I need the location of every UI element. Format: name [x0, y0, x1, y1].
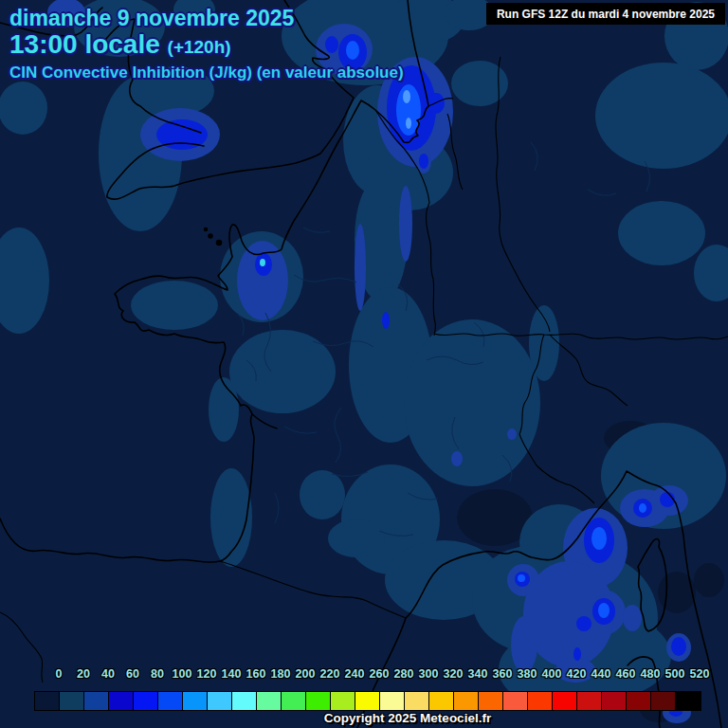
legend-swatch: [454, 692, 479, 710]
time-label: 13:00 locale (+120h): [9, 29, 231, 60]
run-info-box: Run GFS 12Z du mardi 4 novembre 2025: [486, 3, 725, 25]
legend-tick: 40: [96, 667, 120, 681]
legend-tick: 60: [120, 667, 145, 681]
legend-tick: 0: [46, 667, 71, 681]
legend-swatch: [134, 692, 158, 710]
legend-tick: 480: [638, 667, 663, 681]
copyright-label: Copyright 2025 Meteociel.fr: [76, 711, 728, 725]
legend-swatch: [577, 692, 602, 710]
legend-tick: 440: [589, 667, 613, 681]
legend-swatch: [503, 692, 528, 710]
legend-swatch: [208, 692, 232, 710]
legend-swatch: [84, 692, 109, 710]
legend-tick: 20: [71, 667, 96, 681]
local-time: 13:00 locale: [9, 29, 160, 59]
legend-swatch: [282, 692, 306, 710]
legend-tick: 80: [145, 667, 170, 681]
legend-swatch: [257, 692, 282, 710]
legend-swatch: [306, 692, 331, 710]
forecast-offset-label: (+120h): [168, 37, 231, 57]
legend-swatch: [183, 692, 208, 710]
legend-swatch: [331, 692, 355, 710]
legend-bar: [34, 691, 701, 711]
legend-tick: 420: [564, 667, 589, 681]
legend-swatch: [479, 692, 503, 710]
legend-tick: 400: [539, 667, 564, 681]
legend-tick: 280: [391, 667, 416, 681]
legend-tick: 100: [170, 667, 194, 681]
legend-tick: 520: [687, 667, 712, 681]
cin-map: [0, 0, 728, 728]
legend-swatch: [602, 692, 627, 710]
legend-swatch: [553, 692, 577, 710]
legend-tick: 200: [293, 667, 318, 681]
legend-tick: 240: [342, 667, 367, 681]
legend-tick: 360: [490, 667, 515, 681]
legend-swatch: [60, 692, 84, 710]
legend-tick: 180: [268, 667, 293, 681]
legend-tick: 260: [367, 667, 391, 681]
legend-tick: 380: [515, 667, 539, 681]
legend-swatch: [429, 692, 454, 710]
legend-tick: 500: [663, 667, 687, 681]
legend-swatch: [35, 692, 60, 710]
legend-swatch: [380, 692, 405, 710]
run-info-label: Run GFS 12Z du mardi 4 novembre 2025: [497, 8, 715, 21]
legend-tick: 140: [219, 667, 244, 681]
legend-swatch: [405, 692, 429, 710]
legend-swatch: [627, 692, 651, 710]
legend-tick: 300: [416, 667, 441, 681]
legend-tick: 460: [613, 667, 638, 681]
legend-tick: 220: [318, 667, 342, 681]
legend-swatch: [355, 692, 380, 710]
legend-swatch: [232, 692, 257, 710]
legend-swatch: [158, 692, 183, 710]
date-label: dimanche 9 novembre 2025: [9, 6, 294, 31]
parameter-title: CIN Convective Inhibition (J/kg) (en val…: [9, 64, 404, 82]
legend-swatch: [676, 692, 701, 710]
legend-swatch: [651, 692, 676, 710]
legend-tick: 160: [244, 667, 268, 681]
legend-tick: 120: [194, 667, 219, 681]
legend-swatch: [528, 692, 553, 710]
legend-tick: 340: [465, 667, 490, 681]
legend-swatch: [109, 692, 134, 710]
legend-tick: 320: [441, 667, 465, 681]
weather-map-page: dimanche 9 novembre 2025 13:00 locale (+…: [0, 0, 728, 728]
